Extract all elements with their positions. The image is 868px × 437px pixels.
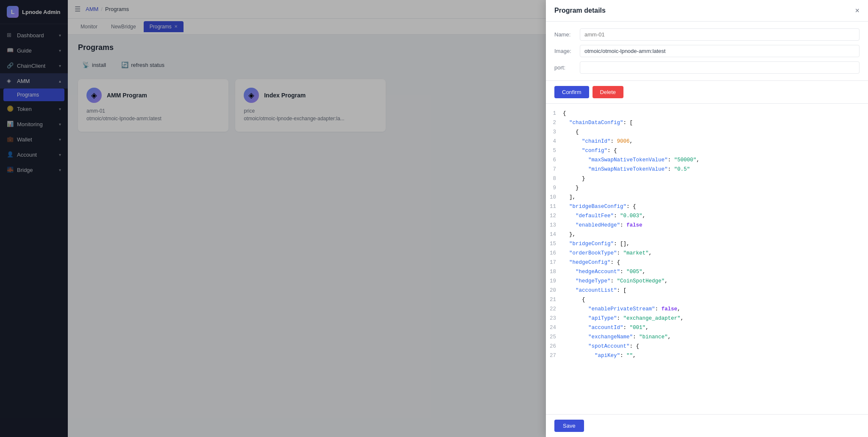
code-line: 8 }	[546, 174, 868, 183]
code-line: 27 "apiKey": "",	[546, 351, 868, 360]
name-label: Name:	[554, 31, 580, 38]
code-line: 1{	[546, 109, 868, 118]
code-line: 24 "accountId": "001",	[546, 323, 868, 332]
panel-title: Program details	[554, 7, 606, 14]
code-line: 25 "exchangeName": "binance",	[546, 332, 868, 342]
save-bar: Save	[546, 414, 868, 437]
code-line: 11 "bridgeBaseConfig": {	[546, 202, 868, 211]
code-line: 26 "spotAccount": {	[546, 342, 868, 351]
code-line: 9 }	[546, 183, 868, 193]
confirm-button[interactable]: Confirm	[554, 86, 589, 98]
close-icon[interactable]: ×	[855, 7, 860, 14]
delete-button[interactable]: Delete	[593, 86, 624, 98]
code-line: 15 "bridgeConfig": [],	[546, 239, 868, 249]
code-line: 4 "chainId": 9006,	[546, 137, 868, 146]
code-line: 22 "enablePrivateStream": false,	[546, 304, 868, 314]
code-line: 19 "hedgeType": "CoinSpotHedge",	[546, 277, 868, 286]
code-line: 7 "minSwapNativeTokenValue": "0.5"	[546, 165, 868, 174]
code-line: 13 "enabledHedge": false	[546, 221, 868, 230]
code-line: 18 "hedgeAccount": "005",	[546, 267, 868, 277]
save-button[interactable]: Save	[554, 420, 584, 432]
code-line: 16 "orderBookType": "market",	[546, 249, 868, 258]
port-row: port:	[554, 61, 860, 74]
code-editor[interactable]: 1{2 "chainDataConfig": [3 {4 "chainId": …	[546, 104, 868, 414]
code-line: 14 },	[546, 230, 868, 239]
name-input[interactable]	[580, 28, 860, 41]
code-line: 10 ],	[546, 193, 868, 202]
code-line: 12 "defaultFee": "0.003",	[546, 211, 868, 221]
image-label: Image:	[554, 48, 580, 54]
overlay-spacer[interactable]	[0, 0, 546, 437]
code-line: 17 "hedgeConfig": {	[546, 258, 868, 267]
code-line: 5 "config": {	[546, 146, 868, 155]
form-section: Name: Image: port:	[546, 22, 868, 81]
name-row: Name:	[554, 28, 860, 41]
code-line: 23 "apiType": "exchange_adapter",	[546, 314, 868, 323]
program-details-panel: Program details × Name: Image: port: Con…	[546, 0, 868, 437]
code-line: 3 {	[546, 127, 868, 137]
overlay: Program details × Name: Image: port: Con…	[0, 0, 868, 437]
panel-header: Program details ×	[546, 0, 868, 22]
code-line: 6 "maxSwapNativeTokenValue": "50000",	[546, 155, 868, 165]
code-line: 20 "accountList": [	[546, 286, 868, 295]
image-row: Image:	[554, 45, 860, 57]
port-label: port:	[554, 64, 580, 71]
code-line: 21 {	[546, 295, 868, 304]
image-input[interactable]	[580, 45, 860, 57]
button-row: Confirm Delete	[546, 81, 868, 104]
code-line: 2 "chainDataConfig": [	[546, 118, 868, 127]
port-input[interactable]	[580, 61, 860, 74]
